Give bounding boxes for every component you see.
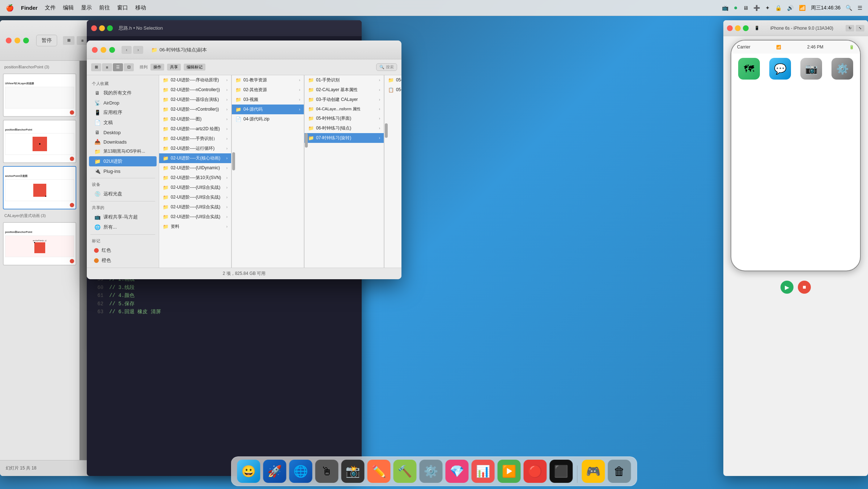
sidebar-item-remote-disc[interactable]: 💿 远程光盘 <box>89 189 157 199</box>
dock-item-mouse[interactable]: 🖱 <box>315 460 339 483</box>
finder-item[interactable]: 📁 02-UI进阶----器综合演练) › <box>159 95 231 105</box>
finder-item-source-code[interactable]: 📁 04-源代码 › <box>232 105 304 114</box>
iphone-app-maps[interactable]: 🗺 <box>736 58 762 80</box>
finder-close-btn[interactable] <box>92 47 98 53</box>
iphone-close-btn[interactable] <box>727 25 733 31</box>
sidebar-item-all-files[interactable]: 🖥 我的所有文件 <box>89 88 157 98</box>
scroll-handle-2[interactable] <box>304 75 305 268</box>
slide-thumb-4[interactable]: position和anchorPoint anchorPoint(x, y) <box>3 222 76 265</box>
menubar-notification-icon[interactable]: ☰ <box>858 5 862 11</box>
finder-item[interactable]: 📁 02-UI进阶----(UIDynamic) › <box>159 163 231 173</box>
finder-item[interactable]: 📄 04-源代码.zip <box>232 114 304 124</box>
slide-thumb-2[interactable]: position和anchorPoint <box>3 120 76 163</box>
finder-item[interactable]: 📁 06-时钟练习(锚点) › <box>305 123 384 133</box>
menubar-go[interactable]: 前往 <box>99 4 110 11</box>
finder-item[interactable]: 📁 05-时钟练习(界面) › <box>305 114 384 123</box>
dock-item-safari[interactable]: 🌐 <box>289 460 312 483</box>
finder-item[interactable]: 📁 02-UI进阶----artz2D 绘图) › <box>159 124 231 134</box>
simulator-stop-btn[interactable]: ■ <box>798 281 811 294</box>
dock-item-play[interactable]: ▶️ <box>498 460 521 483</box>
menubar-edit[interactable]: 编辑 <box>63 4 74 11</box>
dock-item-terminal[interactable]: ⬛ <box>550 460 573 483</box>
finder-item[interactable]: 📁 02-UI进阶----序动动原理) › <box>159 75 231 85</box>
dock-item-launchpad[interactable]: 🚀 <box>263 460 286 483</box>
finder-item[interactable]: 📁 03-手动创建 CALayer › <box>305 95 384 105</box>
finder-item[interactable]: 📁 02-UI进阶----rController)) › <box>159 105 231 114</box>
finder-item[interactable]: 📁 02-UI进阶----图) › <box>159 114 231 124</box>
sidebar-item-applications[interactable]: 📱 应用程序 <box>89 107 157 118</box>
apple-menu[interactable]: 🍎 <box>6 4 14 12</box>
finder-tag-btn[interactable]: 编辑标记 <box>184 64 205 71</box>
simulator-play-btn[interactable]: ▶ <box>780 281 793 294</box>
iphone-rotate-btn[interactable]: ↻ <box>846 25 854 31</box>
menubar-app-name[interactable]: Finder <box>21 5 38 11</box>
finder-minimize-btn[interactable] <box>101 47 106 53</box>
finder-forward-btn[interactable]: › <box>133 46 143 54</box>
dock-item-finder[interactable]: 😀 <box>237 460 260 483</box>
dock-item-trash[interactable]: 🗑 <box>608 460 631 483</box>
finder-column-view-btn[interactable]: ☰ <box>113 63 123 71</box>
finder-search-box[interactable]: 🔍 搜索 <box>376 63 397 71</box>
sidebar-item-ios-course[interactable]: 📁 第13期黑马iOS学科... <box>89 146 157 156</box>
dock-item-notes[interactable]: ✏️ <box>367 460 391 483</box>
keynote-minimize-btn[interactable] <box>14 38 20 43</box>
finder-item[interactable]: 📁 02-CALayer 基本属性 › <box>305 85 384 95</box>
dock-item-record[interactable]: 🔴 <box>524 460 547 483</box>
finder-item[interactable]: 📁 02-其他资源 › <box>232 85 304 95</box>
scroll-handle-1[interactable] <box>231 75 232 268</box>
dock-item-keynote[interactable]: 📊 <box>472 460 495 483</box>
finder-item[interactable]: 📁 04-CALaye...nsform 属性 › <box>305 105 384 114</box>
finder-back-btn[interactable]: ‹ <box>122 46 132 54</box>
dock-item-xcode[interactable]: ⚙️ <box>420 460 443 483</box>
sidebar-item-airdrop[interactable]: 📡 AirDrop <box>89 98 157 107</box>
code-minimize-btn[interactable] <box>99 25 105 31</box>
finder-action-btn[interactable]: 操作 <box>150 64 164 71</box>
dock-item-screenshot[interactable]: 📸 <box>341 460 365 483</box>
menubar-window[interactable]: 窗口 <box>117 4 128 11</box>
finder-item-clock-rotate[interactable]: 📁 07-时钟练习(旋转) › <box>305 133 384 143</box>
sidebar-item-yellow-tag[interactable]: 黄色 <box>89 265 157 268</box>
slide-thumb-3[interactable]: anchorPoint示意图 <box>3 166 76 209</box>
sidebar-item-all-shared[interactable]: 🌐 所有... <box>89 222 157 232</box>
finder-item-selected[interactable]: 📁 02-UI进阶----天(核心动画) › <box>159 153 231 163</box>
sidebar-item-course-share[interactable]: 📺 课程共享-马方超 <box>89 212 157 222</box>
iphone-app-camera[interactable]: 📷 <box>798 58 825 80</box>
keynote-close-btn[interactable] <box>6 38 12 43</box>
iphone-app-settings[interactable]: ⚙️ <box>829 58 856 80</box>
sidebar-item-desktop[interactable]: 🖥 Desktop <box>89 128 157 137</box>
dock-item-game[interactable]: 🎮 <box>582 460 605 483</box>
menubar-spotlight-icon[interactable]: 🔍 <box>846 5 852 11</box>
slide-thumb-1[interactable]: UIView与CALayer的连接 <box>3 73 76 117</box>
sidebar-item-02ui[interactable]: 📁 02UI进阶 <box>89 156 157 166</box>
keynote-pause-button[interactable]: 暂停 <box>36 35 57 46</box>
sidebar-item-plugins[interactable]: 🔌 Plug-ins <box>89 166 157 176</box>
sidebar-item-orange-tag[interactable]: 橙色 <box>89 255 157 265</box>
finder-item[interactable]: 📁 02-UI进阶----(UI综合实战) › <box>159 192 231 202</box>
code-fullscreen-btn[interactable] <box>107 25 113 31</box>
iphone-fullscreen-btn[interactable] <box>743 25 749 31</box>
finder-share-btn[interactable]: 共享 <box>167 64 181 71</box>
finder-fullscreen-btn[interactable] <box>109 47 115 53</box>
finder-list-view-btn[interactable]: ≡ <box>102 63 112 71</box>
finder-item[interactable]: 📁 02-UI进阶----手势识别） › <box>159 134 231 144</box>
menubar-view[interactable]: 显示 <box>81 4 92 11</box>
finder-item[interactable]: 📁 02-UI进阶----(UI综合实战) › <box>159 183 231 192</box>
sidebar-item-downloads[interactable]: 📥 Downloads <box>89 137 157 146</box>
menubar-move[interactable]: 移动 <box>135 4 146 11</box>
finder-item[interactable]: 📁 01-手势识别 › <box>305 75 384 85</box>
finder-icon-view-btn[interactable]: ⊞ <box>91 63 101 71</box>
finder-item[interactable]: 📁 03-视频 › <box>232 95 304 105</box>
sidebar-item-documents[interactable]: 📄 文稿 <box>89 118 157 128</box>
finder-item[interactable]: 📁 05-时钟练习 <box>384 75 401 85</box>
iphone-app-messages[interactable]: 💬 <box>767 58 793 80</box>
finder-item[interactable]: 📋 05-时钟练习.xcodeproj <box>384 85 401 95</box>
finder-item[interactable]: 📁 02-UI进阶----(UI综合实战) › <box>159 202 231 212</box>
keynote-fullscreen-btn[interactable] <box>23 38 29 43</box>
menubar-file[interactable]: 文件 <box>45 4 56 11</box>
iphone-minimize-btn[interactable] <box>735 25 741 31</box>
finder-item[interactable]: 📁 01-教学资源 › <box>232 75 304 85</box>
finder-item[interactable]: 📁 02-UI进阶----运行循环) › <box>159 144 231 153</box>
scroll-handle-3[interactable] <box>384 75 384 268</box>
dock-item-sketch[interactable]: 💎 <box>446 460 469 483</box>
sidebar-item-red-tag[interactable]: 红色 <box>89 245 157 255</box>
